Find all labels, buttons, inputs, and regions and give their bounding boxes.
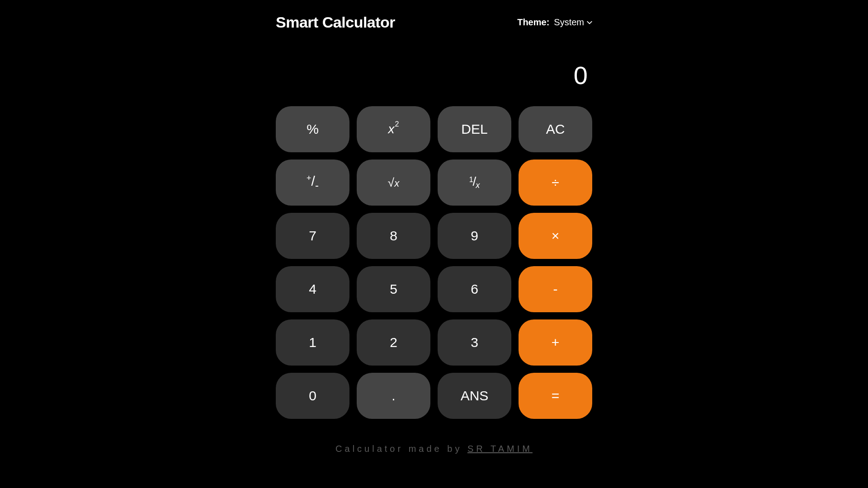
theme-selected-value: System xyxy=(554,17,584,28)
digit-9-button[interactable]: 9 xyxy=(438,213,511,259)
plus-button[interactable]: + xyxy=(519,319,592,366)
multiply-button[interactable]: × xyxy=(519,213,592,259)
keypad: % x2 DEL AC +/- √x 1/x ÷ 7 8 9 × 4 5 6 -… xyxy=(276,106,592,419)
all-clear-button[interactable]: AC xyxy=(519,106,592,152)
ans-button[interactable]: ANS xyxy=(438,373,511,419)
chevron-down-icon xyxy=(587,20,592,25)
digit-4-button[interactable]: 4 xyxy=(276,266,349,312)
app-title: Smart Calculator xyxy=(276,14,395,31)
theme-label: Theme: xyxy=(517,17,549,28)
digit-8-button[interactable]: 8 xyxy=(357,213,430,259)
decimal-button[interactable]: . xyxy=(357,373,430,419)
digit-6-button[interactable]: 6 xyxy=(438,266,511,312)
plus-minus-button[interactable]: +/- xyxy=(276,160,349,206)
footer-text: Calculator made by xyxy=(335,444,467,454)
theme-selector-wrap: Theme: System xyxy=(517,17,592,28)
reciprocal-button[interactable]: 1/x xyxy=(438,160,511,206)
divide-button[interactable]: ÷ xyxy=(519,160,592,206)
display-value: 0 xyxy=(276,63,588,88)
digit-1-button[interactable]: 1 xyxy=(276,319,349,366)
equals-button[interactable]: = xyxy=(519,373,592,419)
display-area: 0 xyxy=(276,63,592,106)
theme-select[interactable]: System xyxy=(554,17,592,28)
footer: Calculator made by SR TAMIM xyxy=(276,444,592,454)
minus-button[interactable]: - xyxy=(519,266,592,312)
digit-2-button[interactable]: 2 xyxy=(357,319,430,366)
digit-5-button[interactable]: 5 xyxy=(357,266,430,312)
percent-button[interactable]: % xyxy=(276,106,349,152)
header: Smart Calculator Theme: System xyxy=(276,14,592,31)
sqrt-button[interactable]: √x xyxy=(357,160,430,206)
digit-3-button[interactable]: 3 xyxy=(438,319,511,366)
digit-0-button[interactable]: 0 xyxy=(276,373,349,419)
digit-7-button[interactable]: 7 xyxy=(276,213,349,259)
square-button[interactable]: x2 xyxy=(357,106,430,152)
delete-button[interactable]: DEL xyxy=(438,106,511,152)
author-link[interactable]: SR TAMIM xyxy=(467,444,533,454)
